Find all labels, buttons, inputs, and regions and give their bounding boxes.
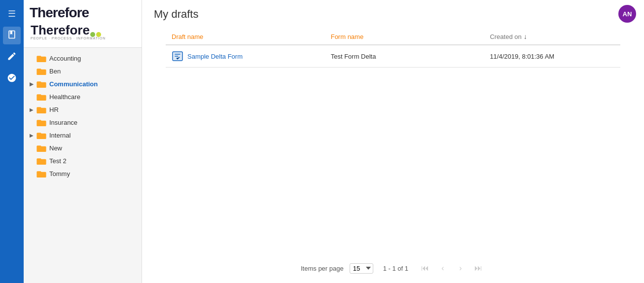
- nav-workflow-button[interactable]: [3, 70, 21, 88]
- nav-menu-button[interactable]: ☰: [3, 5, 21, 23]
- book-icon: [7, 30, 17, 42]
- sidebar-item-label: Insurance: [49, 119, 77, 126]
- table-body: Sample Delta Form Test Form Delta 11/4/2…: [166, 45, 620, 68]
- sidebar-item-label: New: [49, 144, 62, 152]
- sort-desc-icon: ↓: [524, 33, 527, 40]
- pagination: Items per page 15 25 50 100 1 - 1 of 1 ⏮…: [142, 253, 644, 283]
- sidebar-item-label: Healthcare: [49, 93, 80, 101]
- sidebar-item-label: Ben: [49, 68, 61, 75]
- sidebar-item-communication[interactable]: ▶ Communication: [24, 77, 142, 90]
- page-info: 1 - 1 of 1: [383, 265, 408, 272]
- sidebar-item-new[interactable]: New: [24, 142, 142, 154]
- folder-icon: [36, 80, 46, 88]
- menu-icon: ☰: [8, 8, 16, 19]
- expand-icon: ▶: [30, 133, 36, 138]
- folder-icon: [36, 144, 46, 152]
- first-page-button[interactable]: ⏮: [418, 261, 432, 275]
- sidebar-item-hr[interactable]: ▶ HR: [24, 103, 142, 116]
- items-per-page-select[interactable]: 15 25 50 100: [350, 263, 373, 274]
- nav-edit-button[interactable]: [3, 48, 21, 66]
- page-title: My drafts: [154, 8, 632, 21]
- sidebar: Therefore Therefore PEOPLE · PROCESS · I…: [24, 0, 142, 283]
- sidebar-item-insurance[interactable]: Insurance: [24, 116, 142, 129]
- folder-icon: [36, 93, 46, 101]
- sidebar-item-label: Tommy: [49, 170, 70, 177]
- expand-icon: ▶: [30, 81, 36, 87]
- sidebar-item-label: HR: [49, 106, 59, 113]
- nav-catalog-button[interactable]: [3, 27, 21, 44]
- sidebar-item-internal[interactable]: ▶ Internal: [24, 129, 142, 142]
- col-draft-name[interactable]: Draft name: [166, 29, 325, 45]
- folder-icon: [36, 67, 46, 75]
- edit-icon: [7, 51, 17, 64]
- sidebar-item-label: Communication: [49, 80, 98, 88]
- sidebar-item-label: Accounting: [49, 55, 81, 62]
- folder-icon: [36, 131, 46, 139]
- sidebar-item-tommy[interactable]: Tommy: [24, 167, 142, 180]
- folder-icon: [36, 157, 46, 165]
- created-on-cell: 11/4/2019, 8:01:36 AM: [484, 45, 620, 68]
- nav-rail: ☰: [0, 0, 24, 283]
- draft-form-icon: [172, 50, 183, 62]
- svg-text:Therefore: Therefore: [31, 23, 90, 37]
- sidebar-item-healthcare[interactable]: Healthcare: [24, 90, 142, 103]
- expand-icon: ▶: [30, 107, 36, 112]
- sidebar-item-accounting[interactable]: Accounting: [24, 52, 142, 65]
- draft-name-link[interactable]: Sample Delta Form: [187, 53, 243, 60]
- therefore-logo-svg: Therefore PEOPLE · PROCESS · INFORMATION: [30, 20, 108, 40]
- sidebar-item-ben[interactable]: Ben: [24, 65, 142, 77]
- items-per-page-label: Items per page: [301, 265, 344, 272]
- folder-icon: [36, 54, 46, 62]
- main-header: My drafts: [142, 0, 644, 29]
- folder-icon: [36, 170, 46, 177]
- user-avatar[interactable]: AN: [618, 5, 636, 23]
- logo: Therefore Therefore PEOPLE · PROCESS · I…: [24, 0, 142, 48]
- drafts-table: Draft name Form name Created on ↓: [166, 29, 620, 68]
- prev-page-button[interactable]: ‹: [436, 261, 450, 275]
- sidebar-item-label: Internal: [49, 132, 71, 139]
- last-page-button[interactable]: ⏭: [471, 261, 485, 275]
- workflow-icon: [7, 73, 17, 85]
- sidebar-item-test2[interactable]: Test 2: [24, 154, 142, 167]
- main-content: My drafts Draft name Form name Created o…: [142, 0, 644, 283]
- sidebar-item-label: Test 2: [49, 157, 67, 165]
- sidebar-tree: Accounting Ben ▶ Communication Healthcar…: [24, 48, 142, 184]
- draft-name-cell: Sample Delta Form: [166, 45, 325, 68]
- col-created-on[interactable]: Created on ↓: [484, 29, 620, 45]
- col-form-name[interactable]: Form name: [325, 29, 484, 45]
- form-name-cell: Test Form Delta: [325, 45, 484, 68]
- next-page-button[interactable]: ›: [454, 261, 467, 275]
- svg-text:PEOPLE · PROCESS · INFORMATION: PEOPLE · PROCESS · INFORMATION: [31, 36, 106, 40]
- user-initials: AN: [623, 10, 632, 18]
- table-header: Draft name Form name Created on ↓: [166, 29, 620, 45]
- folder-icon: [36, 106, 46, 113]
- table-wrap: Draft name Form name Created on ↓: [142, 29, 644, 253]
- table-row: Sample Delta Form Test Form Delta 11/4/2…: [166, 45, 620, 68]
- folder-icon: [36, 118, 46, 126]
